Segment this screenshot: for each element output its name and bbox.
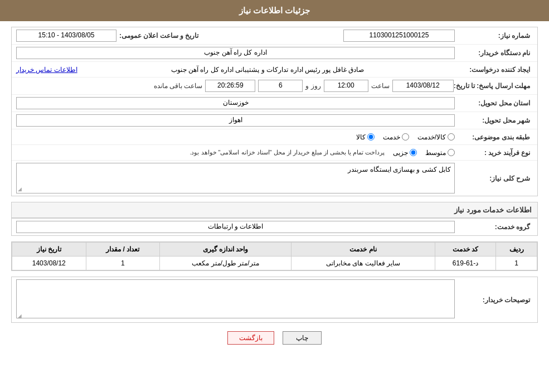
category-kala-label: کالا bbox=[356, 133, 366, 141]
col-row: ردیف bbox=[496, 243, 537, 257]
province-field: خوزستان bbox=[16, 97, 455, 109]
purchase-type-mottavaset-item: متوسط bbox=[425, 149, 455, 157]
category-kala-service-label: کالا/خدمت bbox=[417, 133, 446, 141]
col-date: تاریخ نیاز bbox=[12, 243, 86, 257]
category-radio-group: کالا/خدمت خدمت کالا bbox=[16, 133, 455, 141]
service-group-section: گروه خدمت: اطلاعات و ارتباطات bbox=[11, 218, 538, 236]
province-row: استان محل تحویل: خوزستان bbox=[12, 95, 537, 112]
buyer-notes-textarea[interactable] bbox=[16, 279, 455, 318]
need-number-label: شماره نیاز: bbox=[455, 32, 533, 40]
purchase-type-row: نوع فرآیند خرید : متوسط جزیی پرداخت تمام… bbox=[12, 145, 537, 161]
buyer-notes-section: توصیحات خریدار: ◢ bbox=[11, 277, 538, 323]
cell-service-code: د-61-619 bbox=[435, 257, 496, 270]
col-unit: واحد اندازه گیری bbox=[159, 243, 291, 257]
buyer-org-field: اداره کل راه آهن جنوب bbox=[16, 47, 455, 59]
category-service-label: خدمت bbox=[383, 133, 400, 141]
cell-row: 1 bbox=[496, 257, 537, 270]
buyer-notes-row: توصیحات خریدار: ◢ bbox=[12, 277, 537, 322]
buyer-org-row: نام دستگاه خریدار: اداره کل راه آهن جنوب bbox=[12, 45, 537, 62]
category-label: طبقه بندی موضوعی: bbox=[455, 133, 533, 141]
purchase-type-mottavaset-label: متوسط bbox=[425, 149, 446, 157]
page-title: جزئیات اطلاعات نیاز bbox=[239, 6, 310, 15]
response-deadline-row: مهلت ارسال پاسخ: تا تاریخ: 1403/08/12 سا… bbox=[12, 78, 537, 95]
buyer-notes-label: توصیحات خریدار: bbox=[455, 296, 533, 304]
requester-label: ایجاد کننده درخواست: bbox=[455, 66, 533, 74]
service-group-row: گروه خدمت: اطلاعات و ارتباطات bbox=[12, 219, 537, 235]
main-content: شماره نیاز: 1103001251000125 تاریخ و ساع… bbox=[0, 21, 549, 356]
purchase-type-mottavaset-radio[interactable] bbox=[448, 149, 455, 156]
col-service-name: نام خدمت bbox=[291, 243, 435, 257]
requester-row: ایجاد کننده درخواست: صادق غافل پور رئیس … bbox=[12, 62, 537, 78]
back-button[interactable]: بازگشت bbox=[227, 331, 274, 345]
purchase-type-label: نوع فرآیند خرید : bbox=[455, 149, 533, 157]
category-service-item: خدمت bbox=[383, 133, 409, 141]
purchase-type-jozvi-label: جزیی bbox=[393, 149, 408, 157]
buyer-org-label: نام دستگاه خریدار: bbox=[455, 49, 533, 57]
response-time-label: ساعت bbox=[371, 82, 390, 90]
button-row: چاپ بازگشت bbox=[11, 331, 538, 345]
purchase-type-jozvi-item: جزیی bbox=[393, 149, 417, 157]
purchase-type-radio-group: متوسط جزیی پرداخت تمام یا بخشی از مبلغ خ… bbox=[16, 149, 455, 157]
page-wrapper: جزئیات اطلاعات نیاز شماره نیاز: 11030012… bbox=[0, 0, 549, 392]
need-number-row: شماره نیاز: 1103001251000125 تاریخ و ساع… bbox=[12, 27, 537, 45]
category-kala-service-radio[interactable] bbox=[448, 133, 455, 141]
cell-service-name: سایر فعالیت های مخابراتی bbox=[291, 257, 435, 270]
service-group-field: اطلاعات و ارتباطات bbox=[16, 221, 455, 233]
response-days-field: 6 bbox=[258, 80, 303, 92]
service-group-label: گروه خدمت: bbox=[455, 223, 533, 231]
description-field: کابل کشی و بهسازی ایستگاه سربندر ◢ bbox=[16, 163, 455, 193]
purchase-type-note: پرداخت تمام یا بخشی از مبلغ خریدار از مح… bbox=[190, 149, 385, 156]
response-days-label: روز و bbox=[305, 82, 320, 90]
category-kala-item: کالا bbox=[356, 133, 375, 141]
services-table: ردیف کد خدمت نام خدمت واحد اندازه گیری ت… bbox=[12, 242, 537, 270]
services-table-section: ردیف کد خدمت نام خدمت واحد اندازه گیری ت… bbox=[11, 241, 538, 271]
buyer-notes-wrapper: ◢ bbox=[16, 279, 455, 320]
response-deadline-label: مهلت ارسال پاسخ: تا تاریخ: bbox=[454, 82, 533, 90]
response-date-field: 1403/08/12 bbox=[392, 80, 454, 92]
cell-unit: متر/متر طول/متر مکعب bbox=[159, 257, 291, 270]
response-remaining-field: 20:26:59 bbox=[205, 80, 255, 92]
city-row: شهر محل تحویل: اهواز bbox=[12, 112, 537, 129]
category-row: طبقه بندی موضوعی: کالا/خدمت خدمت کالا bbox=[12, 129, 537, 145]
purchase-type-jozvi-radio[interactable] bbox=[410, 149, 417, 156]
description-label: شرح کلی نیاز: bbox=[455, 175, 533, 182]
need-number-field: 1103001251000125 bbox=[343, 30, 455, 42]
col-qty: تعداد / مقدار bbox=[86, 243, 159, 257]
page-header: جزئیات اطلاعات نیاز bbox=[0, 0, 549, 21]
description-row: شرح کلی نیاز: کابل کشی و بهسازی ایستگاه … bbox=[12, 161, 537, 196]
table-row: 1 د-61-619 سایر فعالیت های مخابراتی متر/… bbox=[12, 257, 537, 270]
category-kala-service-item: کالا/خدمت bbox=[417, 133, 455, 141]
category-service-radio[interactable] bbox=[402, 133, 409, 141]
cell-date: 1403/08/12 bbox=[12, 257, 86, 270]
city-label: شهر محل تحویل: bbox=[455, 117, 533, 124]
cell-qty: 1 bbox=[86, 257, 159, 270]
col-service-code: کد خدمت bbox=[435, 243, 496, 257]
services-section-title: اطلاعات خدمات مورد نیاز bbox=[11, 202, 538, 218]
response-time-field: 12:00 bbox=[324, 80, 368, 92]
city-field: اهواز bbox=[16, 114, 455, 127]
announcement-date-field: 1403/08/05 - 15:10 bbox=[16, 30, 116, 42]
contact-info-link[interactable]: اطلاعات تماس خریدار bbox=[16, 66, 77, 74]
category-kala-radio[interactable] bbox=[367, 133, 375, 141]
announcement-date-label: تاریخ و ساعت اعلان عمومی: bbox=[119, 32, 201, 40]
response-remaining-label: ساعت باقی مانده bbox=[154, 82, 203, 90]
main-info-section: شماره نیاز: 1103001251000125 تاریخ و ساع… bbox=[11, 27, 538, 196]
requester-field: صادق غافل پور رئیس اداره تدارکات و پشتیب… bbox=[80, 65, 455, 75]
resize-handle-icon: ◢ bbox=[18, 186, 22, 192]
print-button[interactable]: چاپ bbox=[283, 331, 322, 345]
province-label: استان محل تحویل: bbox=[455, 99, 533, 107]
description-value: کابل کشی و بهسازی ایستگاه سربندر bbox=[348, 166, 451, 173]
